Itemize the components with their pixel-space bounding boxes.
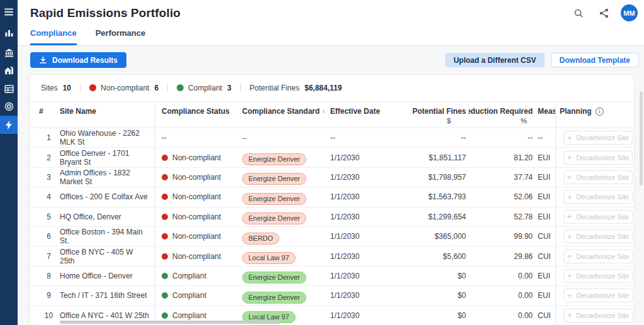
- sidebar-item-data-table[interactable]: [0, 80, 18, 97]
- site-name-cell: Admin Offices - 1832 Market St: [60, 168, 155, 187]
- sidebar-item-analytics[interactable]: [0, 24, 18, 41]
- status-text: Non-compliant: [172, 212, 221, 221]
- measure-cell: EUI: [536, 207, 555, 226]
- decarbonize-site-button[interactable]: + Decarbonize Site: [564, 131, 633, 145]
- download-template-button[interactable]: Download Template: [551, 53, 639, 67]
- sidebar-item-bank[interactable]: [0, 44, 18, 62]
- potential-fines-cell: $0: [409, 286, 469, 305]
- decarbonize-site-button[interactable]: + Decarbonize Site: [564, 190, 633, 204]
- reduction-required-cell: 0.00: [469, 306, 536, 325]
- decarbonize-button-label: Decarbonize Site: [576, 312, 629, 319]
- upload-csv-button[interactable]: Upload a Different CSV: [445, 53, 544, 67]
- horizontal-scrollbar[interactable]: [60, 321, 281, 324]
- status-text: Non-compliant: [172, 232, 221, 241]
- status-dot-icon: [162, 194, 168, 200]
- measure-cell: CUI: [536, 227, 555, 246]
- decarbonize-site-button[interactable]: + Decarbonize Site: [564, 289, 633, 302]
- sidebar-item-buildings[interactable]: [0, 62, 18, 79]
- potential-fines-cell: $1,798,957: [409, 168, 469, 187]
- download-icon: [39, 56, 47, 64]
- status-dot-icon: [162, 253, 168, 260]
- sidebar-item-rapid-actions[interactable]: [0, 116, 18, 134]
- standard-badge: Energize Denver: [242, 272, 306, 284]
- info-icon[interactable]: i: [596, 107, 604, 116]
- measure-cell: EUI: [536, 267, 555, 285]
- reduction-required-cell: 99.90: [469, 227, 536, 246]
- decarbonize-button-label: Decarbonize Site: [576, 233, 629, 240]
- standard-badge: BERDO: [242, 233, 279, 245]
- user-avatar[interactable]: MM: [621, 4, 638, 21]
- reduction-required-cell: 0.00: [469, 267, 536, 285]
- site-name-cell: Office Denver - 1701 Bryant St: [60, 148, 155, 167]
- col-potential-fines[interactable]: Potential Fines: [413, 107, 466, 116]
- compliant-dot-icon: [177, 84, 184, 91]
- table-row: 5 HQ Office, Denver Non-compliant Energi…: [30, 207, 634, 227]
- row-number: 5: [38, 207, 60, 226]
- potential-fines-label: Potential Fines: [250, 84, 299, 92]
- standard-badge: Energize Denver: [242, 292, 306, 304]
- plus-icon: +: [567, 233, 572, 241]
- potential-fines-cell: $5,600: [409, 246, 469, 265]
- decarbonize-site-button[interactable]: + Decarbonize Site: [564, 250, 633, 263]
- site-name-cell: Home Office - Denver: [60, 267, 155, 285]
- menu-icon[interactable]: [0, 3, 18, 21]
- noncompliant-label: Non-compliant: [101, 84, 149, 92]
- decarbonize-site-button[interactable]: + Decarbonize Site: [564, 309, 633, 322]
- table-row: 6 Office Boston - 394 Main St. Non-compl…: [30, 227, 634, 246]
- row-number: 2: [38, 148, 60, 167]
- effective-date-cell: 1/1/2030: [324, 267, 409, 285]
- potential-fines-cell: $0: [409, 267, 469, 285]
- measure-cell: --: [536, 128, 555, 147]
- measure-cell: EUI: [536, 168, 555, 187]
- vertical-scrollbar[interactable]: [640, 91, 643, 185]
- potential-fines-cell: --: [409, 128, 469, 147]
- reduction-required-cell: --: [469, 128, 536, 147]
- decarbonize-site-button[interactable]: + Decarbonize Site: [564, 151, 633, 165]
- decarbonize-button-label: Decarbonize Site: [576, 154, 629, 162]
- row-number: 4: [38, 187, 60, 206]
- tabs: Compliance Performance: [30, 28, 145, 45]
- potential-fines-cell: $365,000: [409, 227, 469, 246]
- divider: [80, 83, 80, 92]
- decarbonize-site-button[interactable]: + Decarbonize Site: [564, 269, 633, 283]
- reduction-required-cell: 81.20: [469, 148, 536, 167]
- standard-badge: Energize Denver: [242, 153, 306, 165]
- lightning-icon: [5, 120, 13, 130]
- status-text: --: [162, 133, 167, 142]
- measure-cell: CUI: [536, 306, 555, 325]
- download-results-button[interactable]: Download Results: [30, 52, 126, 68]
- decarbonize-button-label: Decarbonize Site: [576, 213, 629, 221]
- sidebar-item-target[interactable]: [0, 97, 18, 115]
- decarbonize-button-label: Decarbonize Site: [576, 134, 629, 141]
- decarbonize-site-button[interactable]: + Decarbonize Site: [564, 229, 633, 243]
- decarbonize-site-button[interactable]: + Decarbonize Site: [564, 210, 633, 224]
- standard-badge: Energize Denver: [242, 212, 306, 224]
- toolbar: Download Results Upload a Different CSV …: [30, 52, 639, 68]
- download-results-label: Download Results: [52, 56, 118, 65]
- table-row: 8 Home Office - Denver Compliant Energiz…: [30, 267, 634, 286]
- tab-performance[interactable]: Performance: [96, 28, 145, 45]
- plus-icon: +: [567, 212, 572, 221]
- effective-date-cell: --: [324, 128, 409, 147]
- status-dot-icon: [162, 174, 168, 180]
- plus-icon: +: [567, 153, 572, 162]
- plus-icon: +: [567, 272, 572, 280]
- search-icon[interactable]: [570, 5, 587, 21]
- measure-cell: EUI: [536, 187, 555, 206]
- row-number: 3: [38, 168, 60, 187]
- site-name-cell: HQ Office, Denver: [60, 207, 155, 226]
- table-body: 1 Ohio Warehouse - 2262 MLK St -- -- -- …: [30, 128, 634, 325]
- compliant-label: Compliant: [188, 84, 222, 92]
- compliance-table: # Site Name Compliance Status Compliance…: [30, 101, 634, 325]
- share-icon[interactable]: [596, 5, 612, 21]
- sites-value: 10: [63, 84, 71, 92]
- col-planning: Planning: [560, 107, 592, 116]
- reduction-required-cell: 29.86: [469, 246, 536, 265]
- potential-fines-cell: $1,299,654: [409, 207, 469, 226]
- decarbonize-site-button[interactable]: + Decarbonize Site: [564, 170, 633, 184]
- tab-compliance[interactable]: Compliance: [30, 28, 77, 45]
- col-reduction-required[interactable]: Reduction Required: [469, 107, 533, 116]
- site-name-cell: Tech / IT - 371 16th Street: [60, 286, 155, 305]
- status-dot-icon: [162, 233, 168, 240]
- row-number: 8: [38, 267, 60, 285]
